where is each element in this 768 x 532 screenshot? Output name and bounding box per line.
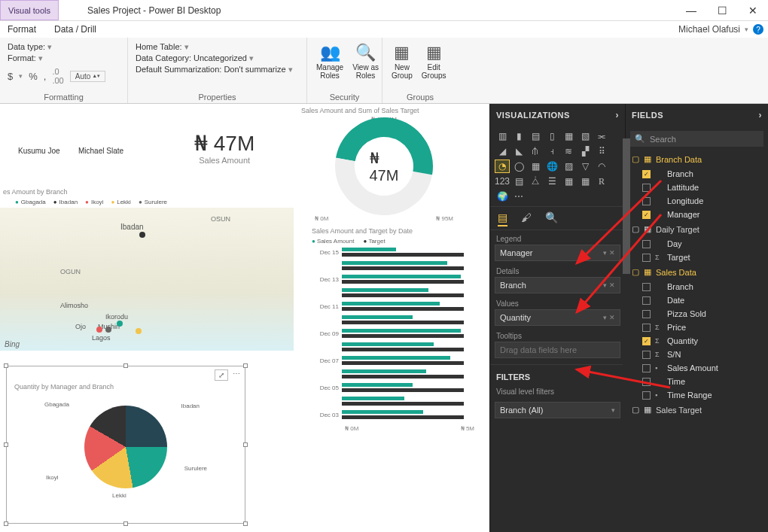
field-price[interactable]: ΣPrice bbox=[626, 321, 768, 334]
manage-roles-button[interactable]: 👥Manage Roles bbox=[315, 42, 345, 81]
new-group-button[interactable]: ▦New Group bbox=[390, 42, 414, 81]
user-chevron-icon[interactable]: ▾ bbox=[745, 26, 748, 33]
kpi-card[interactable]: ₦ 47M Sales Amount bbox=[194, 131, 254, 165]
tooltips-well[interactable]: Drag data fields here bbox=[495, 342, 620, 358]
visual-tools-tab[interactable]: Visual tools bbox=[0, 0, 59, 20]
viz-100-stacked-column-icon[interactable]: ▧ bbox=[578, 129, 593, 143]
visualization-gallery[interactable]: ▥ ▮ ▤ ▯ ▦ ▧ ⫘ ◢ ◣ ⫛ ⫞ ≋ ▞ ⠿ ◔ ◯ ▦ 🌐 ▨ ▽ … bbox=[490, 126, 625, 206]
viz-card-icon[interactable]: 123 bbox=[495, 175, 510, 188]
table-daily-target[interactable]: ▢▦Daily Target bbox=[626, 221, 768, 237]
viz-ribbon-icon[interactable]: ≋ bbox=[561, 144, 576, 158]
table-sales-target[interactable]: ▢▦Sales Target bbox=[626, 402, 768, 418]
map-visual[interactable]: es Amount by Branch GbagadaIbadanIkoyiLe… bbox=[0, 188, 294, 351]
user-name[interactable]: Michael Olafusi bbox=[678, 24, 740, 35]
field-manager[interactable]: ✓Manager bbox=[626, 208, 768, 221]
viz-100-stacked-bar-icon[interactable]: ▦ bbox=[561, 129, 576, 143]
viz-treemap-icon[interactable]: ▦ bbox=[528, 160, 543, 173]
viz-area-icon[interactable]: ◢ bbox=[495, 144, 510, 158]
viz-line-clustered-column-icon[interactable]: ⫞ bbox=[544, 144, 559, 158]
field-sales-amount[interactable]: ▪Sales Amount bbox=[626, 361, 768, 375]
bar-chart-visual[interactable]: Sales Amount and Target by Date ● Sales … bbox=[312, 227, 477, 432]
viz-slicer-icon[interactable]: ☰ bbox=[544, 175, 559, 188]
maximize-button[interactable]: ☐ bbox=[718, 5, 727, 17]
home-table-dropdown[interactable]: Home Table: ▾ bbox=[136, 42, 299, 52]
field-branch[interactable]: ✓Branch bbox=[626, 167, 768, 181]
data-type-dropdown[interactable]: Data type: ▾ bbox=[8, 42, 120, 52]
analytics-mode-icon[interactable]: 🔍 bbox=[545, 211, 558, 226]
field-time[interactable]: Time bbox=[626, 375, 768, 388]
percent-button[interactable]: % bbox=[29, 71, 38, 82]
viz-clustered-bar-icon[interactable]: ▤ bbox=[528, 129, 543, 143]
viz-stacked-bar-icon[interactable]: ▥ bbox=[495, 129, 510, 143]
visualizations-header[interactable]: VISUALIZATIONS bbox=[496, 111, 570, 120]
details-well[interactable]: Branch▾ ✕ bbox=[495, 277, 620, 293]
fields-scrollbar[interactable] bbox=[623, 138, 630, 532]
field-lattitude[interactable]: Lattitude bbox=[626, 181, 768, 194]
filters-header[interactable]: FILTERS bbox=[490, 364, 625, 385]
close-button[interactable]: ✕ bbox=[748, 5, 757, 17]
table-branch-data[interactable]: ▢▦Branch Data bbox=[626, 151, 768, 167]
legend-well[interactable]: Manager▾ ✕ bbox=[495, 245, 620, 261]
viz-line-stacked-column-icon[interactable]: ⫛ bbox=[528, 144, 543, 158]
field-sn[interactable]: ΣS/N bbox=[626, 348, 768, 361]
more-options-icon[interactable]: ⋯ bbox=[233, 369, 240, 381]
decimals-auto[interactable]: Auto ▲▾ bbox=[70, 71, 106, 82]
viz-import-custom-icon[interactable]: ⋯ bbox=[511, 190, 526, 203]
field-pizza-sold[interactable]: Pizza Sold bbox=[626, 307, 768, 321]
filter-item[interactable]: Branch (All)▾ bbox=[495, 402, 620, 418]
viz-stacked-column-icon[interactable]: ▮ bbox=[511, 129, 526, 143]
minimize-button[interactable]: — bbox=[686, 5, 696, 17]
viz-table-icon[interactable]: ▦ bbox=[561, 175, 576, 188]
field-quantity[interactable]: ✓ΣQuantity bbox=[626, 334, 768, 348]
fields-search[interactable]: 🔍Search bbox=[630, 131, 763, 147]
viz-map-icon[interactable]: 🌐 bbox=[544, 160, 559, 173]
comma-button[interactable]: , bbox=[44, 71, 47, 82]
viz-filled-map-icon[interactable]: ▨ bbox=[561, 160, 576, 173]
field-target[interactable]: ΣTarget bbox=[626, 251, 768, 264]
default-summarization-dropdown[interactable]: Default Summarization: Don't summarize ▾ bbox=[136, 65, 299, 74]
viz-clustered-column-icon[interactable]: ▯ bbox=[544, 129, 559, 143]
viz-line-icon[interactable]: ⫘ bbox=[594, 129, 609, 143]
table-sales-data[interactable]: ▢▦Sales Data bbox=[626, 264, 768, 280]
tab-format[interactable]: Format bbox=[8, 24, 36, 35]
viz-multi-row-card-icon[interactable]: ▤ bbox=[511, 175, 526, 188]
view-as-roles-button[interactable]: 🔍View as Roles bbox=[351, 42, 380, 81]
report-canvas[interactable]: Kusumu Joe Michael Slate ₦ 47M Sales Amo… bbox=[0, 104, 489, 532]
field-date[interactable]: Date bbox=[626, 293, 768, 307]
viz-funnel-icon[interactable]: ▽ bbox=[578, 160, 593, 173]
chevron-right-icon[interactable]: › bbox=[759, 110, 763, 120]
gauge-center-value: ₦ 47M bbox=[370, 149, 399, 184]
fields-mode-icon[interactable]: ▤ bbox=[498, 211, 507, 226]
fields-header[interactable]: FIELDS bbox=[632, 111, 663, 120]
format-mode-icon[interactable]: 🖌 bbox=[521, 211, 532, 226]
field-sales-branch[interactable]: Branch bbox=[626, 280, 768, 293]
map-area[interactable]: Ibadan OGUN OSUN Alimosho Ikorodu Mushin… bbox=[0, 208, 294, 351]
slicer-item[interactable]: Michael Slate bbox=[78, 143, 123, 157]
focus-mode-icon[interactable]: ⤢ bbox=[215, 369, 228, 381]
slicer-item[interactable]: Kusumu Joe bbox=[18, 143, 60, 157]
viz-pie-icon[interactable]: ◔ bbox=[495, 160, 510, 173]
format-dropdown[interactable]: Format: ▾ bbox=[8, 53, 120, 63]
viz-kpi-icon[interactable]: ⧊ bbox=[528, 175, 543, 188]
viz-arcgis-icon[interactable]: 🌍 bbox=[495, 190, 510, 203]
viz-gauge-icon[interactable]: ◠ bbox=[594, 160, 609, 173]
tab-data-drill[interactable]: Data / Drill bbox=[54, 24, 96, 35]
viz-donut-icon[interactable]: ◯ bbox=[511, 160, 526, 173]
field-longitude[interactable]: Longitude bbox=[626, 194, 768, 208]
pie-chart-visual[interactable]: ⤢⋯ Quantity by Manager and Branch Gbagad… bbox=[6, 366, 245, 524]
viz-r-script-icon[interactable]: R bbox=[594, 175, 609, 188]
field-day[interactable]: Day bbox=[626, 237, 768, 251]
values-well[interactable]: Quantity▾ ✕ bbox=[495, 309, 620, 326]
currency-button[interactable]: $ bbox=[8, 71, 13, 82]
viz-waterfall-icon[interactable]: ▞ bbox=[578, 144, 593, 158]
field-time-range[interactable]: ▪Time Range bbox=[626, 388, 768, 402]
viz-stacked-area-icon[interactable]: ◣ bbox=[511, 144, 526, 158]
gauge-visual[interactable]: Sales Amount and Sum of Sales Target ₦ 4… bbox=[301, 107, 467, 222]
data-category-dropdown[interactable]: Data Category: Uncategorized ▾ bbox=[136, 53, 299, 63]
viz-scatter-icon[interactable]: ⠿ bbox=[594, 144, 609, 158]
chevron-right-icon[interactable]: › bbox=[616, 110, 620, 120]
edit-groups-button[interactable]: ▦Edit Groups bbox=[420, 42, 448, 81]
help-icon[interactable]: ? bbox=[753, 24, 763, 35]
viz-matrix-icon[interactable]: ▦ bbox=[578, 175, 593, 188]
map-title: es Amount by Branch bbox=[3, 188, 294, 196]
